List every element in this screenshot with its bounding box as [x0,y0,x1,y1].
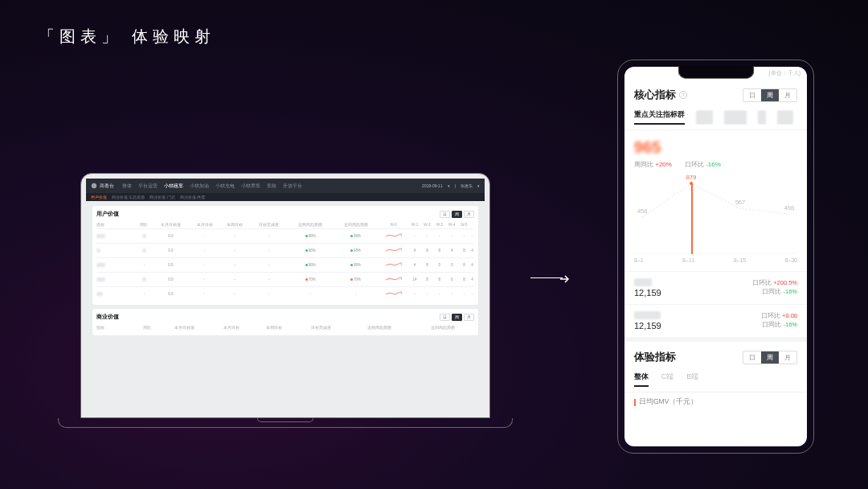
nav-item[interactable]: 平台运营 [138,183,158,189]
sub-metric-label: 日均GMV（千元） [624,392,807,412]
row-value: 12,159 [634,321,661,331]
section-core-metrics: 核心指标 ? 日周月 重点关注指标群■■■■■■/■■■■■■■■■ [624,80,807,130]
nav-item[interactable]: 小桔养车 [241,183,260,189]
period-tab[interactable]: 日 [743,351,761,364]
nav-item[interactable]: 小桔充电 [215,183,235,189]
period-pill[interactable]: 日 [440,314,450,321]
user-menu[interactable]: 张唐乐 [461,183,473,188]
period-pill[interactable]: 日 [440,211,450,218]
desktop-app: 商看台 整体平台运营小桔租车小桔加油小桔充电小桔养车车险开放平台 2019-09… [86,179,485,413]
chart-value-label: 458 [637,208,648,215]
metric-row[interactable]: ■■■■■■12,159日环比 +0.00日同比 -16% [624,304,807,337]
period-pill[interactable]: 月 [464,314,474,321]
compare-values: 周同比 +20%日环比 -16% [634,160,797,169]
period-tab[interactable]: 月 [779,351,796,364]
chart-highlight-bar [691,183,693,254]
chart-value-label: 567 [735,199,746,206]
chart-value-label: 498 [784,204,795,212]
scroll-tab[interactable]: C端 [661,372,674,387]
table-row: ■■000.0---98%98%488484 [96,244,474,258]
subnav-item[interactable]: 商业价值·门店 [149,195,174,199]
metric-table: 指标周比本月目标值本月目标本周目标目标完成度近两周趋势图近四周趋势图W-0W-1… [96,221,474,301]
mobile-app: (单位：千人) 核心指标 ? 日周月 重点关注指标群■■■■■■/■■■■■■■… [624,67,807,446]
period-tab[interactable]: 月 [779,89,796,101]
metric-scroll-tabs[interactable]: 整体C端B端 [634,372,797,387]
row-value: 12,159 [634,288,661,298]
scroll-tab[interactable]: ■■/■■■ [724,110,747,125]
desktop-subnav: 用户价值商业价值·车品资源商业价值·门店商业价值·供需 [86,193,485,201]
table-row: ■■■■000.0---98%98%------ [96,229,474,244]
scroll-tab[interactable]: ■■■■ [696,110,713,125]
nav-item[interactable]: 小桔租车 [164,183,183,189]
info-icon[interactable]: ? [679,91,687,99]
headline-metric: 965 周同比 +20%日环比 -16% [624,130,807,177]
scroll-tab[interactable]: ■■ [758,110,766,125]
scroll-tab[interactable]: 重点关注指标群 [634,110,685,125]
period-tabs: 日周月 [743,351,797,364]
phone-device: (单位：千人) 核心指标 ? 日周月 重点关注指标群■■■■■■/■■■■■■■… [617,60,814,454]
metric-card: 商业价值日周月指标周比本月目标值本月目标本周目标目标完成度近两周趋势图近四周趋势… [92,309,478,335]
core-metric-chart: 458879567498 [634,182,797,254]
section-title: 核心指标 [634,88,676,102]
section-title: 体验指标 [634,350,676,364]
subnav-item[interactable]: 用户价值 [91,195,107,199]
app-name: 商看台 [100,183,114,190]
metric-row[interactable]: ■■■■12,159日环比 +200.5%日同比 -16% [624,271,807,304]
date-picker[interactable]: 2019-09-11 [422,183,443,188]
card-title: 用户价值 [96,210,119,218]
xaxis-tick: 8–11 [682,257,695,263]
app-logo[interactable]: 商看台 [91,183,114,190]
nav-item[interactable]: 车险 [267,183,276,189]
arrow-mapping-icon [530,265,571,290]
period-tab[interactable]: 日 [743,89,761,101]
period-pill[interactable]: 月 [464,211,474,218]
period-pills: 日周月 [440,314,474,321]
scroll-tab[interactable]: B端 [686,372,698,387]
scroll-tab[interactable]: ■■■■ [777,110,794,125]
svg-point-0 [92,183,96,188]
xaxis-tick: 8–15 [734,257,747,263]
desktop-topbar: 商看台 整体平台运营小桔租车小桔加油小桔充电小桔养车车险开放平台 2019-09… [86,179,485,193]
scroll-tab[interactable]: 整体 [634,372,649,387]
subnav-item[interactable]: 商业价值·供需 [180,195,205,199]
nav-item[interactable]: 开放平台 [283,183,302,189]
card-title: 商业价值 [96,313,119,321]
period-pill[interactable]: 周 [452,211,462,218]
metric-card: 用户价值日周月指标周比本月目标值本月目标本周目标目标完成度近两周趋势图近四周趋势… [92,206,478,305]
chart-value-label: 879 [686,174,697,181]
page-title: 「图表」 体验映射 [39,26,215,47]
section-experience-metrics: 体验指标 日周月 整体C端B端 [624,337,807,392]
chart-highlight-dot [690,182,693,185]
metric-table: 指标周比本月目标值本月目标本周目标目标完成度近两周趋势图近四周趋势图 [96,324,474,331]
table-row: ■■■-0.0----------- [96,287,474,302]
xaxis-tick: 8–1 [634,257,644,263]
nav-item[interactable]: 整体 [122,183,132,189]
xaxis-tick: 8–30 [784,257,797,263]
desktop-nav: 整体平台运营小桔租车小桔加油小桔充电小桔养车车险开放平台 [122,183,302,189]
period-tab[interactable]: 周 [761,351,779,364]
laptop-device: 商看台 整体平台运营小桔租车小桔加油小桔充电小桔养车车险开放平台 2019-09… [80,173,490,428]
big-value: 965 [634,138,661,156]
period-tabs: 日周月 [743,88,797,102]
table-row: ■■■■-0.0---98%98%480084 [96,258,474,273]
period-pill[interactable]: 周 [452,314,462,321]
compare-item: 日环比 -16% [685,160,721,169]
table-row: ■■■■000.0---70%70%1488084 [96,273,474,287]
nav-item[interactable]: 小桔加油 [190,183,209,189]
metric-scroll-tabs[interactable]: 重点关注指标群■■■■■■/■■■■■■■■■ [634,110,797,125]
subnav-item[interactable]: 商业价值·车品资源 [112,195,145,199]
period-pills: 日周月 [440,211,474,218]
period-tab[interactable]: 周 [761,89,779,101]
compare-item: 周同比 +20% [634,160,672,169]
chart-xaxis: 8–18–118–158–30 [624,254,807,271]
